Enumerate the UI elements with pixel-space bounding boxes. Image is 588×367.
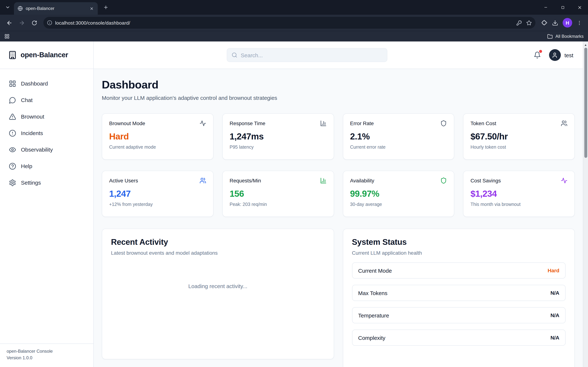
stat-sub: Current adaptive mode <box>109 145 206 150</box>
search-box[interactable] <box>227 48 387 62</box>
app-header: test <box>94 42 583 69</box>
stat-sub: +12% from yesterday <box>109 202 206 207</box>
browser-toolbar: localhost:3000/console/dashboard/ H <box>0 15 588 31</box>
stats-grid: Brownout Mode Hard Current adaptive mode… <box>102 113 575 217</box>
reload-button[interactable] <box>29 17 40 28</box>
page-scrollbar[interactable]: ▲ <box>583 42 588 367</box>
browser-tab[interactable]: open-Balancer <box>14 2 98 15</box>
settings-icon <box>9 179 16 186</box>
back-button[interactable] <box>4 17 15 28</box>
stat-value: 1,247 <box>109 189 206 199</box>
password-key-icon[interactable] <box>516 20 522 25</box>
menu-kebab-icon[interactable] <box>577 20 582 25</box>
url-text[interactable]: localhost:3000/console/dashboard/ <box>55 20 516 25</box>
scrollbar-thumb[interactable] <box>584 48 587 158</box>
bar-chart-icon <box>320 120 327 127</box>
main-area: test Dashboard Monitor your LLM applicat… <box>94 42 583 367</box>
sidebar-item-brownout[interactable]: Brownout <box>4 109 90 125</box>
stat-sub: Current error rate <box>350 145 447 150</box>
toolbar-actions: H <box>539 18 584 27</box>
page-title: Dashboard <box>102 79 575 91</box>
shield-icon <box>441 177 447 184</box>
stat-card-brownout-mode: Brownout Mode Hard Current adaptive mode <box>102 113 214 160</box>
arrow-right-icon <box>18 20 25 26</box>
stat-sub: Hourly token cost <box>471 145 568 150</box>
notification-dot <box>539 50 542 53</box>
all-bookmarks-label: All Bookmarks <box>555 34 584 39</box>
recent-activity-panel: Recent Activity Latest brownout events a… <box>102 229 334 359</box>
globe-favicon-icon <box>18 6 23 11</box>
scrollbar-up-arrow[interactable]: ▲ <box>584 42 587 47</box>
sidebar-item-chat[interactable]: Chat <box>4 92 90 108</box>
stat-label: Availability <box>350 178 374 184</box>
status-row-current-mode: Current Mode Hard <box>352 262 566 279</box>
sidebar-nav: Dashboard Chat Brownout Incidents Observ… <box>0 69 93 191</box>
users-icon <box>561 120 567 127</box>
sidebar-item-help[interactable]: Help <box>4 158 90 174</box>
browser-profile-avatar[interactable]: H <box>563 18 572 27</box>
stat-value: 2.1% <box>350 131 447 142</box>
maximize-button[interactable] <box>554 0 571 15</box>
notifications-button[interactable] <box>534 51 541 59</box>
message-circle-icon <box>9 96 16 104</box>
forward-button[interactable] <box>16 17 27 28</box>
stat-sub: P95 latency <box>230 145 327 150</box>
downloads-icon[interactable] <box>552 20 558 26</box>
console-name: open-Balancer Console <box>7 348 87 355</box>
bookmarks-bar: All Bookmarks <box>0 31 588 42</box>
header-actions: test <box>534 49 573 61</box>
status-value: Hard <box>548 267 559 273</box>
close-window-button[interactable] <box>571 0 588 15</box>
stat-sub: Peak: 203 req/min <box>230 202 327 207</box>
sidebar-item-dashboard[interactable]: Dashboard <box>4 75 90 91</box>
browser-window: open-Balancer <box>0 0 588 367</box>
tab-close-icon[interactable] <box>88 5 95 12</box>
stat-value: Hard <box>109 131 206 142</box>
sidebar-item-observability[interactable]: Observability <box>4 142 90 158</box>
sidebar-item-label: Brownout <box>21 113 44 120</box>
layout-grid-icon <box>9 80 16 87</box>
activity-icon <box>199 120 206 127</box>
arrow-left-icon <box>6 20 12 26</box>
status-row-temperature: Temperature N/A <box>352 307 566 323</box>
stat-value: 156 <box>230 189 327 199</box>
app-logo[interactable]: open-Balancer <box>0 42 93 69</box>
sidebar-item-settings[interactable]: Settings <box>4 175 90 191</box>
stat-label: Response Time <box>230 120 266 126</box>
stat-value: 99.97% <box>350 189 447 199</box>
tab-title: open-Balancer <box>26 6 88 11</box>
activity-icon <box>561 177 567 184</box>
stat-value: $1,234 <box>471 189 568 199</box>
user-menu[interactable]: test <box>549 49 573 61</box>
new-tab-button[interactable] <box>101 2 111 12</box>
minimize-button[interactable] <box>537 0 554 15</box>
recent-activity-title: Recent Activity <box>111 237 325 247</box>
stat-card-error-rate: Error Rate 2.1% Current error rate <box>343 113 454 160</box>
bookmark-star-icon[interactable] <box>526 20 532 25</box>
stat-label: Error Rate <box>350 120 374 126</box>
user-avatar <box>549 49 561 61</box>
stat-value: $67.50/hr <box>471 131 568 142</box>
tab-search-button[interactable] <box>3 3 12 12</box>
stat-value: 1,247ms <box>230 131 327 142</box>
sidebar-item-label: Settings <box>21 179 41 186</box>
eye-icon <box>9 146 16 153</box>
sidebar: open-Balancer Dashboard Chat Brownout I <box>0 42 94 367</box>
site-info-icon[interactable] <box>47 20 52 25</box>
system-status-panel: System Status Current LLM application he… <box>343 229 575 367</box>
status-value: N/A <box>551 335 559 341</box>
stat-card-availability: Availability 99.97% 30-day average <box>343 171 454 217</box>
status-label: Current Mode <box>358 267 392 274</box>
plus-icon <box>103 5 108 10</box>
system-status-title: System Status <box>352 237 566 247</box>
url-bar[interactable]: localhost:3000/console/dashboard/ <box>43 17 536 29</box>
reload-icon <box>31 20 37 25</box>
apps-grid-icon[interactable] <box>4 34 9 39</box>
status-rows: Current Mode Hard Max Tokens N/A Tempera… <box>352 262 566 346</box>
search-input[interactable] <box>241 52 383 58</box>
sidebar-item-label: Help <box>21 163 32 169</box>
all-bookmarks-button[interactable]: All Bookmarks <box>547 33 584 39</box>
extensions-puzzle-icon[interactable] <box>541 20 548 26</box>
stat-card-token-cost: Token Cost $67.50/hr Hourly token cost <box>463 113 575 160</box>
sidebar-item-incidents[interactable]: Incidents <box>4 125 90 141</box>
